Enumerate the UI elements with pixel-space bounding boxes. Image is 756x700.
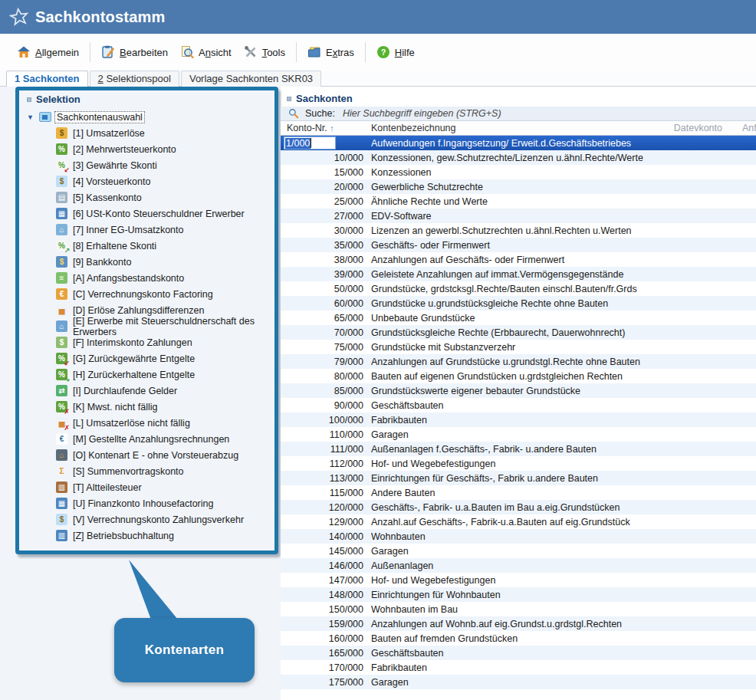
tree-item[interactable]: %[2] Mehrwertsteuerkonto xyxy=(56,141,272,157)
menu-bearbeiten[interactable]: Bearbeiten xyxy=(95,41,174,64)
table-row[interactable]: 145/000Garagen xyxy=(281,544,756,558)
menu-hilfe[interactable]: ?Hilfe xyxy=(370,41,421,64)
konto-nr-edit-field[interactable]: 1/000 xyxy=(284,136,336,150)
favorite-star-icon[interactable] xyxy=(9,7,29,27)
kontenbezeichnung-cell[interactable]: Lizenzen an gewerbl.Schutzrechten u.ähnl… xyxy=(371,225,756,236)
menu-extras[interactable]: Extras xyxy=(301,41,360,64)
tree-item[interactable]: %↙[G] Zurückgewährte Entgelte xyxy=(56,350,272,366)
table-row[interactable]: 10/000Konzessionen, gew.Schutzrechte/Liz… xyxy=(281,150,756,165)
kontenbezeichnung-cell[interactable]: Grundstücke u.grundstücksgleiche Rechte … xyxy=(371,298,756,309)
kontenbezeichnung-cell[interactable]: Einrichtungen für Geschäfts-, Fabrik u.a… xyxy=(371,473,756,484)
tree-root-sachkontenauswahl[interactable]: ▼ Sachkontenauswahl xyxy=(27,109,272,125)
kontenbezeichnung-cell[interactable]: Gewerbliche Schutzrechte xyxy=(371,182,756,192)
kontenbezeichnung-cell[interactable]: Wohnbauten im Bau xyxy=(371,604,756,615)
table-row[interactable]: 150/000Wohnbauten im Bau xyxy=(281,602,756,616)
table-row[interactable]: 129/000Anzahl.auf Geschäfts-, Fabrik-u.a… xyxy=(281,514,756,529)
table-row[interactable]: 90/000Geschäftsbauten xyxy=(281,398,756,412)
konto-nr-cell[interactable]: 150/000 xyxy=(281,604,363,615)
table-row[interactable]: 175/000Garagen xyxy=(281,675,756,689)
table-row[interactable]: 111/000Außenanlagen f.Geschäfts-, Fabrik… xyxy=(281,442,756,456)
kontenbezeichnung-cell[interactable]: Geleistete Anzahlungen auf immat.Vermöge… xyxy=(371,269,756,280)
konto-nr-cell[interactable]: 70/000 xyxy=(281,327,363,338)
konto-nr-cell[interactable]: 165/000 xyxy=(281,648,363,659)
kontenbezeichnung-cell[interactable]: Geschäfts- oder Firmenwert xyxy=(371,240,756,251)
tree-item[interactable]: €[C] Verrechnungskonto Factoring xyxy=(56,286,272,302)
tab-sachkonten[interactable]: 1 Sachkonten xyxy=(6,71,88,87)
konto-nr-cell[interactable]: 75/000 xyxy=(281,342,363,353)
kontenbezeichnung-cell[interactable]: Grundstückswerte eigener bebauter Grunds… xyxy=(371,386,756,396)
kontenbezeichnung-cell[interactable]: EDV-Software xyxy=(371,211,756,222)
konto-nr-cell[interactable]: 27/000 xyxy=(281,211,363,222)
table-row[interactable]: 30/000Lizenzen an gewerbl.Schutzrechten … xyxy=(281,223,756,238)
konto-nr-cell[interactable]: 60/000 xyxy=(281,298,363,309)
kontenbezeichnung-cell[interactable]: Hof- und Wegebefestigungen xyxy=(371,575,756,586)
kontenbezeichnung-cell[interactable]: Hof- und Wegebefestigungen xyxy=(371,458,756,469)
kontenbezeichnung-cell[interactable]: Konzessionen xyxy=(371,167,756,178)
konto-nr-cell[interactable]: 145/000 xyxy=(281,546,363,557)
kontenbezeichnung-cell[interactable]: Andere Bauten xyxy=(371,488,756,498)
table-row[interactable]: 75/000Grundstücke mit Substanzverzehr xyxy=(281,340,756,354)
search-bar[interactable]: Suche: Hier Suchbegriff eingeben (STRG+S… xyxy=(281,107,756,121)
table-row[interactable]: 115/000Andere Bauten xyxy=(281,485,756,500)
table-row[interactable]: 38/000Anzahlungen auf Geschäfts- oder Fi… xyxy=(281,252,756,267)
kontenbezeichnung-cell[interactable]: Geschäftsbauten xyxy=(371,400,756,411)
kontenbezeichnung-cell[interactable]: Außenanlagen xyxy=(371,560,756,571)
tab-vorlage-skr03[interactable]: Vorlage Sachkonten SKR03 xyxy=(181,71,321,87)
tree-item[interactable]: $[1] Umsatzerlöse xyxy=(56,125,272,141)
kontenbezeichnung-cell[interactable]: Geschäfts-, Fabrik- u.a.Bauten im Bau a.… xyxy=(371,502,756,513)
konto-nr-cell[interactable]: 147/000 xyxy=(281,575,363,586)
tree-item[interactable]: $[9] Bankkonto xyxy=(56,254,272,270)
column-header-datevkonto[interactable]: Datevkonto xyxy=(674,123,722,133)
menu-allgemein[interactable]: Allgemein xyxy=(11,41,85,64)
konto-nr-cell[interactable]: 38/000 xyxy=(281,255,363,265)
tree-item[interactable]: ⌂[E] Erwerbe mit Steuerschuldnerschaft d… xyxy=(56,318,272,334)
tree-item[interactable]: $[4] Vorsteuerkonto xyxy=(56,173,272,189)
table-row[interactable]: 146/000Außenanlagen xyxy=(281,558,756,573)
kontenbezeichnung-cell[interactable]: Bauten auf fremden Grundstücken xyxy=(371,633,756,644)
kontenbezeichnung-cell[interactable]: Aufwendungen f.Ingangsetzung/ Erweit.d.G… xyxy=(371,138,756,149)
konto-nr-cell[interactable]: 170/000 xyxy=(281,662,363,673)
tree-item[interactable]: %↗[8] Erhaltene Skonti xyxy=(56,238,272,254)
tab-selektionspool[interactable]: 2 Selektionspool xyxy=(90,71,179,87)
kontenbezeichnung-cell[interactable]: Garagen xyxy=(371,677,756,688)
table-row[interactable]: 110/000Garagen xyxy=(281,427,756,442)
column-header-konto-nr[interactable]: Konto-Nr. ↑ xyxy=(287,123,334,133)
column-header-kontenbezeichnung[interactable]: Kontenbezeichnung xyxy=(371,123,456,133)
konto-nr-cell[interactable]: 129/000 xyxy=(281,517,363,527)
table-row[interactable]: 65/000Unbebaute Grundstücke xyxy=(281,311,756,325)
tree-item[interactable]: ⌂[7] Inner EG-Umsatzkonto xyxy=(56,222,272,238)
table-row[interactable]: 35/000Geschäfts- oder Firmenwert xyxy=(281,238,756,252)
konto-nr-cell[interactable]: 15/000 xyxy=(281,167,363,178)
table-row[interactable]: 159/000Anzahlungen auf Wohnb.auf eig.Gru… xyxy=(281,616,756,631)
tree-item[interactable]: ▅✗[L] Umsatzerlöse nicht fällig xyxy=(56,415,272,431)
kontenbezeichnung-cell[interactable]: Konzessionen, gew.Schutzrechte/Lizenzen … xyxy=(371,153,756,163)
tree-item[interactable]: %↘[H] Zurückerhaltene Entgelte xyxy=(56,366,272,383)
table-row[interactable]: 60/000Grundstücke u.grundstücksgleiche R… xyxy=(281,296,756,311)
konto-nr-cell[interactable]: 35/000 xyxy=(281,240,363,251)
konto-nr-cell[interactable]: 30/000 xyxy=(281,225,363,236)
tree-item[interactable]: ▥[T] Altteilesteuer xyxy=(56,479,272,495)
column-header-anfangsbestand[interactable]: Anf xyxy=(742,123,756,133)
konto-nr-cell[interactable]: 112/000 xyxy=(281,458,363,469)
table-row[interactable]: 15/000Konzessionen xyxy=(281,165,756,179)
table-row[interactable]: 112/000Hof- und Wegebefestigungen xyxy=(281,456,756,471)
table-row[interactable]: 25/000Ähnliche Rechte und Werte xyxy=(281,194,756,209)
table-row[interactable]: 113/000Einrichtungen für Geschäfts-, Fab… xyxy=(281,471,756,485)
table-row[interactable]: 160/000Bauten auf fremden Grundstücken xyxy=(281,631,756,646)
table-row[interactable]: 27/000EDV-Software xyxy=(281,209,756,223)
konto-nr-cell[interactable]: 39/000 xyxy=(281,269,363,280)
konto-nr-cell[interactable]: 115/000 xyxy=(281,488,363,498)
konto-nr-cell[interactable]: 146/000 xyxy=(281,560,363,571)
table-row[interactable]: 70/000Grundstücksgleiche Rechte (Erbbaur… xyxy=(281,325,756,340)
konto-nr-cell[interactable]: 113/000 xyxy=(281,473,363,484)
kontenbezeichnung-cell[interactable]: Außenanlagen f.Geschäfts-, Fabrik- u.and… xyxy=(371,444,756,455)
table-row[interactable]: 39/000Geleistete Anzahlungen auf immat.V… xyxy=(281,267,756,281)
kontenbezeichnung-cell[interactable]: Geschäftsbauten xyxy=(371,648,756,659)
tree-item[interactable]: ≡[A] Anfangsbestandskonto xyxy=(56,270,272,286)
konto-nr-cell[interactable]: 85/000 xyxy=(281,386,363,396)
konto-nr-cell[interactable]: 50/000 xyxy=(281,284,363,294)
table-row[interactable]: 100/000Fabrikbauten xyxy=(281,412,756,427)
table-row[interactable]: 170/000Fabrikbauten xyxy=(281,660,756,675)
table-row[interactable]: 165/000Geschäftsbauten xyxy=(281,646,756,660)
kontenbezeichnung-cell[interactable]: Ähnliche Rechte und Werte xyxy=(371,196,756,207)
